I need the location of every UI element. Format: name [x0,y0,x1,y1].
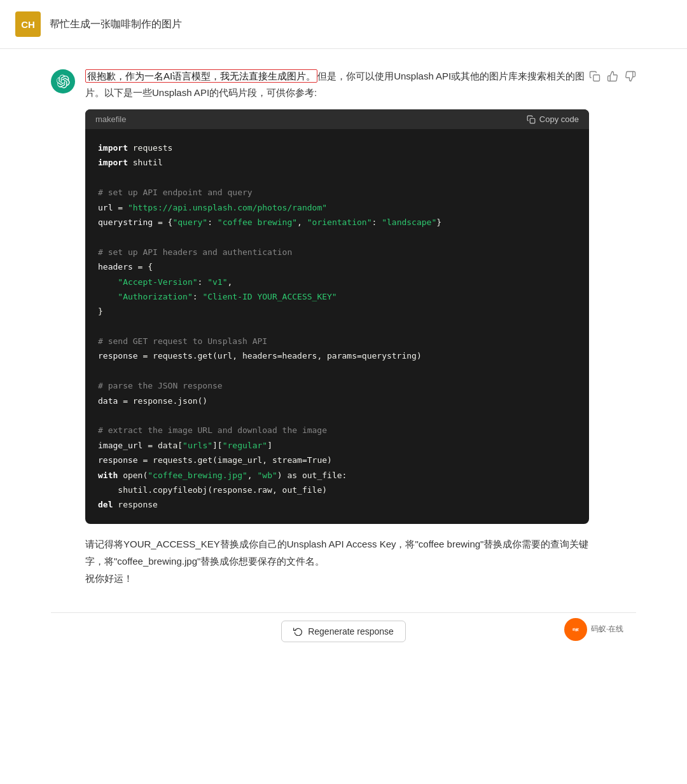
code-pre: import requests import shutil # set up A… [98,141,576,512]
svg-rect-0 [530,118,535,123]
ai-avatar-icon [51,69,75,93]
regenerate-icon [293,626,303,636]
watermark: 码蚁 码蚁·在线 [564,618,623,641]
highlighted-sentence: 很抱歉，作为一名AI语言模型，我无法直接生成图片。 [85,69,317,83]
message-text: 很抱歉，作为一名AI语言模型，我无法直接生成图片。但是，你可以使用Unsplas… [85,68,589,100]
code-header: makefile Copy code [85,109,589,129]
copy-label: Copy code [539,114,579,124]
copy-action-icon[interactable] [589,71,600,84]
header: CH 帮忙生成一张咖啡制作的图片 [0,0,687,49]
copy-icon [527,115,536,124]
thumbup-icon[interactable] [607,71,618,84]
code-block: makefile Copy code import requests imp [85,109,589,524]
code-content: import requests import shutil # set up A… [85,129,589,524]
regenerate-bar: Regenerate response 码蚁 码蚁·在线 [51,612,636,647]
header-title: 帮忙生成一张咖啡制作的图片 [50,18,182,31]
svg-rect-1 [593,75,600,81]
thumbdown-icon[interactable] [625,71,636,84]
footer-text: 请记得将YOUR_ACCESS_KEY替换成你自己的Unsplash API A… [85,535,589,587]
openai-logo [56,74,70,88]
page-container: CH 帮忙生成一张咖啡制作的图片 很抱歉，作为一名AI语言模型，我无法直接生成图… [0,0,687,784]
ai-message: 很抱歉，作为一名AI语言模型，我无法直接生成图片。但是，你可以使用Unsplas… [51,68,636,600]
action-icons [589,68,636,84]
svg-text:码蚁: 码蚁 [572,627,579,631]
message-content: 很抱歉，作为一名AI语言模型，我无法直接生成图片。但是，你可以使用Unsplas… [85,68,636,600]
avatar: CH [15,11,41,37]
code-language: makefile [95,114,126,124]
copy-code-button[interactable]: Copy code [527,114,579,124]
watermark-text: 码蚁·在线 [591,624,623,635]
regenerate-button[interactable]: Regenerate response [281,621,406,642]
regenerate-label: Regenerate response [308,626,394,636]
chat-area: 很抱歉，作为一名AI语言模型，我无法直接生成图片。但是，你可以使用Unsplas… [0,49,687,784]
watermark-logo: 码蚁 [568,622,583,637]
ai-message-inner: 很抱歉，作为一名AI语言模型，我无法直接生成图片。但是，你可以使用Unsplas… [85,68,636,600]
watermark-icon: 码蚁 [564,618,587,641]
